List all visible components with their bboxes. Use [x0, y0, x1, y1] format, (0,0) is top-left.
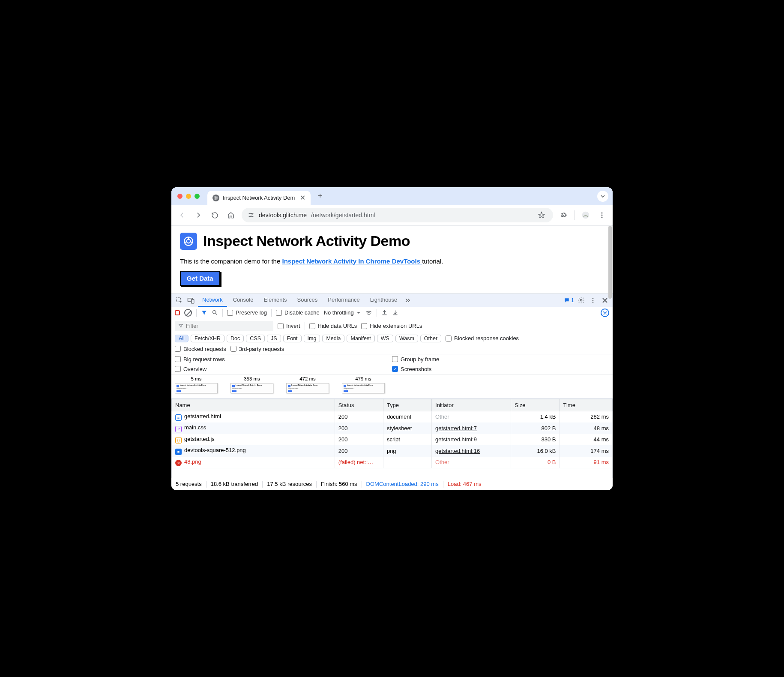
screenshot-thumb[interactable]: 5 msInspect Network Activity Democompani… [175, 376, 218, 393]
overview-checkbox[interactable]: Overview [175, 366, 206, 372]
blocked-cookies-label: Blocked response cookies [454, 335, 519, 341]
col-name[interactable]: Name [172, 399, 335, 411]
request-initiator[interactable]: getstarted.html:16 [435, 448, 480, 454]
invert-checkbox[interactable]: Invert [278, 323, 300, 329]
group-by-frame-checkbox[interactable]: Group by frame [392, 356, 439, 362]
more-tabs-icon[interactable] [403, 295, 413, 306]
import-har-icon[interactable] [392, 309, 398, 316]
third-party-checkbox[interactable]: 3rd-party requests [230, 346, 284, 352]
col-status[interactable]: Status [335, 399, 383, 411]
chip-media[interactable]: Media [322, 335, 344, 342]
get-data-button[interactable]: Get Data [180, 271, 220, 286]
table-row[interactable]: {}getstarted.js200scriptgetstarted.html:… [172, 434, 613, 446]
screenshot-strip: 5 msInspect Network Activity Democompani… [171, 374, 613, 399]
record-button[interactable] [175, 310, 180, 315]
tab-elements[interactable]: Elements [259, 294, 291, 307]
address-bar[interactable]: devtools.glitch.me/network/getstarted.ht… [242, 208, 553, 222]
request-initiator[interactable]: getstarted.html:9 [435, 436, 477, 443]
col-size[interactable]: Size [511, 399, 560, 411]
request-type: script [383, 434, 431, 446]
throttling-select[interactable]: No throttling [324, 309, 361, 316]
type-filter-row: All Fetch/XHR Doc CSS JS Font Img Media … [171, 333, 613, 344]
screenshot-thumb[interactable]: 479 msInspect Network Activity Democompa… [342, 376, 385, 393]
hide-ext-label: Hide extension URLs [370, 323, 422, 329]
issues-button[interactable]: 1 [564, 297, 574, 303]
disable-cache-checkbox[interactable]: Disable cache [276, 309, 320, 316]
forward-button[interactable] [193, 210, 204, 221]
chip-fetch-xhr[interactable]: Fetch/XHR [191, 335, 224, 342]
home-button[interactable] [225, 210, 236, 221]
maximize-window-button[interactable] [195, 194, 200, 199]
page-intro: This is the companion demo for the Inspe… [180, 258, 604, 265]
network-settings-button[interactable] [601, 309, 609, 317]
tab-network[interactable]: Network [198, 294, 227, 307]
request-time: 91 ms [560, 457, 613, 468]
table-row[interactable]: ↗main.css200stylesheetgetstarted.html:78… [172, 422, 613, 434]
minimize-window-button[interactable] [186, 194, 191, 199]
blocked-cookies-checkbox[interactable]: Blocked response cookies [446, 335, 519, 341]
filter-toggle-icon[interactable] [201, 309, 207, 316]
export-har-icon[interactable] [381, 309, 388, 316]
tab-sources[interactable]: Sources [293, 294, 322, 307]
table-row[interactable]: ■devtools-square-512.png200pnggetstarted… [172, 445, 613, 457]
chip-font[interactable]: Font [283, 335, 302, 342]
new-tab-button[interactable]: + [314, 190, 326, 202]
chip-manifest[interactable]: Manifest [347, 335, 374, 342]
tab-performance[interactable]: Performance [323, 294, 364, 307]
close-tab-icon[interactable]: ✕ [300, 194, 305, 202]
view-options-row2: Overview ✓Screenshots [171, 364, 613, 374]
close-window-button[interactable] [177, 194, 183, 199]
table-row[interactable]: ✕48.png(failed) net::…Other0 B91 ms [172, 457, 613, 468]
menu-button[interactable] [596, 210, 607, 221]
col-type[interactable]: Type [383, 399, 431, 411]
request-name: getstarted.html [184, 413, 221, 419]
browser-tab[interactable]: Inspect Network Activity Dem ✕ [207, 191, 311, 205]
screenshot-time: 353 ms [230, 376, 273, 381]
tab-lighthouse[interactable]: Lighthouse [366, 294, 402, 307]
site-settings-icon[interactable] [248, 212, 254, 219]
back-button[interactable] [177, 210, 188, 221]
chip-img[interactable]: Img [304, 335, 320, 342]
tab-console[interactable]: Console [229, 294, 258, 307]
chip-doc[interactable]: Doc [227, 335, 244, 342]
screenshot-thumb[interactable]: 353 msInspect Network Activity Democompa… [230, 376, 273, 393]
separator [575, 210, 575, 220]
chip-all[interactable]: All [175, 335, 189, 342]
hide-data-urls-checkbox[interactable]: Hide data URLs [309, 323, 357, 329]
screenshots-checkbox[interactable]: ✓Screenshots [392, 366, 431, 372]
profile-button[interactable] [580, 210, 591, 221]
col-time[interactable]: Time [560, 399, 613, 411]
col-initiator[interactable]: Initiator [432, 399, 511, 411]
bookmark-button[interactable] [536, 210, 547, 221]
chip-js[interactable]: JS [267, 335, 281, 342]
preserve-log-checkbox[interactable]: Preserve log [227, 309, 267, 316]
reload-button[interactable] [209, 210, 220, 221]
screenshot-thumb[interactable]: 472 msInspect Network Activity Democompa… [286, 376, 329, 393]
chip-css[interactable]: CSS [246, 335, 265, 342]
intro-link[interactable]: Inspect Network Activity In Chrome DevTo… [282, 258, 422, 265]
svg-point-15 [592, 302, 594, 303]
network-conditions-icon[interactable] [365, 310, 372, 316]
inspect-element-icon[interactable] [174, 295, 184, 306]
more-menu-icon[interactable] [588, 295, 598, 306]
svg-point-17 [604, 312, 606, 313]
extensions-button[interactable] [558, 210, 569, 221]
big-rows-checkbox[interactable]: Big request rows [175, 356, 225, 362]
request-status: 200 [335, 422, 383, 434]
hide-extension-urls-checkbox[interactable]: Hide extension URLs [361, 323, 422, 329]
clear-button[interactable] [184, 309, 192, 317]
request-initiator[interactable]: getstarted.html:7 [435, 425, 477, 431]
filter-input[interactable] [186, 323, 270, 329]
chip-ws[interactable]: WS [377, 335, 393, 342]
screenshot-time: 472 ms [286, 376, 329, 381]
search-icon[interactable] [212, 309, 218, 316]
tabs-dropdown-button[interactable] [597, 191, 608, 202]
chip-other[interactable]: Other [420, 335, 441, 342]
table-row[interactable]: ≡getstarted.html200documentOther1.4 kB28… [172, 411, 613, 422]
blocked-requests-checkbox[interactable]: Blocked requests [175, 346, 226, 352]
status-transferred: 18.6 kB transferred [211, 481, 258, 487]
chip-wasm[interactable]: Wasm [395, 335, 418, 342]
settings-icon[interactable] [576, 295, 586, 306]
page-scrollbar[interactable] [608, 226, 612, 299]
device-toolbar-icon[interactable] [186, 295, 196, 306]
